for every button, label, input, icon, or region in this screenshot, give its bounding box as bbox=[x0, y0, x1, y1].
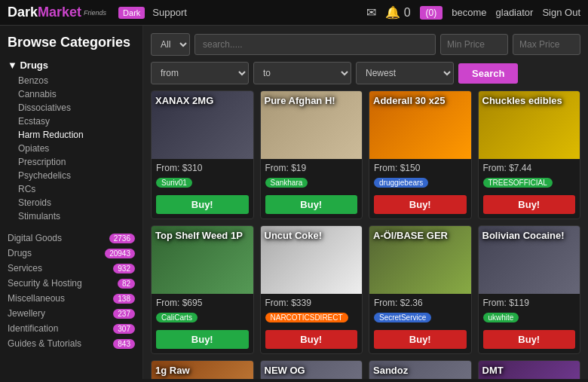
sidebar-drug-item[interactable]: Prescription bbox=[8, 155, 135, 169]
support-link[interactable]: Support bbox=[152, 7, 187, 18]
user-link[interactable]: gladiator bbox=[496, 7, 534, 18]
drugs-header[interactable]: ▼ Drugs bbox=[8, 60, 135, 71]
product-title-overlay: Sandoz bbox=[373, 365, 467, 377]
product-card: Bolivian Cocaine! From: $119 ukwhite Buy… bbox=[478, 225, 581, 354]
vendor-badge[interactable]: TREESOFFICIAL bbox=[483, 178, 553, 188]
sidebar-category-item[interactable]: Identification307 bbox=[8, 321, 135, 336]
product-grid: XANAX 2MG From: $310 Suriv01 Buy! Pure A… bbox=[151, 90, 580, 379]
min-price-input[interactable] bbox=[440, 34, 508, 55]
search-button[interactable]: Search bbox=[458, 63, 518, 84]
product-image: Adderall 30 x25 bbox=[369, 91, 471, 159]
product-image: 1g Raw bbox=[152, 361, 253, 379]
vendor-badge[interactable]: SecretService bbox=[374, 313, 431, 322]
category-count: 843 bbox=[113, 339, 135, 349]
product-card: NEW OG From: $... Buy! bbox=[260, 360, 363, 379]
product-info: From: $2.36 SecretService bbox=[369, 294, 471, 330]
product-info: From: $695 CaliCarts bbox=[152, 294, 253, 330]
header: DarkMarket Friends Dark Support ✉ 🔔 0 (0… bbox=[0, 0, 588, 26]
header-right: ✉ 🔔 0 (0) become gladiator Sign Out bbox=[366, 5, 580, 20]
product-title-overlay: Chuckles edibles bbox=[482, 95, 577, 108]
category-count: 932 bbox=[113, 264, 135, 274]
cart-badge[interactable]: (0) bbox=[420, 6, 443, 20]
product-title-overlay: Top Shelf Weed 1P bbox=[155, 230, 250, 243]
product-info: From: $310 Suriv01 bbox=[152, 159, 253, 195]
product-image: Pure Afghan H! bbox=[261, 91, 363, 159]
vendor-badge[interactable]: Suriv01 bbox=[156, 178, 192, 188]
buy-button[interactable]: Buy! bbox=[374, 195, 467, 214]
buy-button[interactable]: Buy! bbox=[265, 195, 358, 214]
product-info: From: $7.44 TREESOFFICIAL bbox=[479, 159, 580, 195]
signout-link[interactable]: Sign Out bbox=[542, 7, 580, 18]
product-title-overlay: Bolivian Cocaine! bbox=[482, 230, 577, 243]
sidebar-category-item[interactable]: Guides & Tutorials843 bbox=[8, 336, 135, 351]
sidebar-drug-item[interactable]: Stimulants bbox=[8, 209, 135, 223]
product-info: From: $339 NARCOTICSDIRECT bbox=[261, 294, 363, 330]
search-bar: All bbox=[151, 33, 580, 56]
category-count: 138 bbox=[113, 294, 135, 304]
filter-select[interactable]: All bbox=[151, 33, 190, 56]
sidebar-drug-item[interactable]: Harm Reduction bbox=[8, 128, 135, 142]
logo: DarkMarket Friends bbox=[8, 5, 106, 20]
category-name: Services bbox=[8, 263, 42, 274]
product-info: From: $19 Sankhara bbox=[261, 159, 363, 195]
sidebar-drug-item[interactable]: Benzos bbox=[8, 74, 135, 87]
sidebar-category-item[interactable]: Drugs20943 bbox=[8, 246, 135, 261]
logo-dark: Dark bbox=[8, 5, 38, 20]
sidebar-category-item[interactable]: Jewellery237 bbox=[8, 306, 135, 321]
max-price-input[interactable] bbox=[513, 34, 580, 55]
sidebar-drug-item[interactable]: Ecstasy bbox=[8, 115, 135, 128]
buy-button[interactable]: Buy! bbox=[374, 330, 467, 349]
vendor-badge[interactable]: Sankhara bbox=[265, 178, 308, 188]
become-link[interactable]: become bbox=[452, 7, 486, 18]
sidebar-category-item[interactable]: Services932 bbox=[8, 261, 135, 276]
sidebar-drug-item[interactable]: Psychedelics bbox=[8, 169, 135, 182]
notification-icon[interactable]: 🔔 0 bbox=[385, 5, 410, 20]
to-select[interactable]: to bbox=[253, 62, 351, 84]
sidebar-drug-item[interactable]: RCs bbox=[8, 182, 135, 196]
product-info: From: $150 druggiebears bbox=[369, 159, 471, 195]
product-title-overlay: A-Öl/BASE GER bbox=[373, 230, 467, 243]
product-image: NEW OG bbox=[261, 361, 363, 379]
product-price: From: $19 bbox=[265, 163, 358, 173]
from-select[interactable]: from bbox=[151, 62, 249, 84]
sidebar-drug-item[interactable]: Opiates bbox=[8, 142, 135, 155]
product-title-overlay: 1g Raw bbox=[155, 365, 250, 377]
product-card: Pure Afghan H! From: $19 Sankhara Buy! bbox=[260, 90, 363, 219]
vendor-badge[interactable]: druggiebears bbox=[374, 178, 428, 188]
search-input[interactable] bbox=[194, 34, 436, 55]
product-image: XANAX 2MG bbox=[152, 91, 253, 159]
buy-button[interactable]: Buy! bbox=[483, 195, 576, 214]
search-row2: from to Newest Search bbox=[151, 62, 580, 84]
sort-select[interactable]: Newest bbox=[356, 62, 454, 84]
product-price: From: $695 bbox=[156, 298, 249, 308]
category-name: Drugs bbox=[8, 248, 32, 258]
main-layout: Browse Categories ▼ Drugs BenzosCannabis… bbox=[0, 26, 588, 379]
vendor-badge[interactable]: ukwhite bbox=[483, 313, 519, 322]
buy-button[interactable]: Buy! bbox=[156, 330, 249, 349]
product-price: From: $310 bbox=[156, 163, 249, 173]
product-price: From: $150 bbox=[374, 163, 467, 173]
sidebar-drug-item[interactable]: Dissociatives bbox=[8, 101, 135, 115]
buy-button[interactable]: Buy! bbox=[483, 330, 576, 349]
product-info: From: $119 ukwhite bbox=[479, 294, 580, 330]
sidebar-category-item[interactable]: Digital Goods2736 bbox=[8, 231, 135, 246]
vendor-badge[interactable]: CaliCarts bbox=[156, 313, 198, 322]
sidebar-drug-item[interactable]: Cannabis bbox=[8, 87, 135, 101]
product-title-overlay: DMT bbox=[482, 365, 577, 377]
mail-icon[interactable]: ✉ bbox=[366, 5, 376, 20]
product-card: DMT From: $... Buy! bbox=[478, 360, 581, 379]
vendor-badge[interactable]: NARCOTICSDIRECT bbox=[265, 313, 348, 322]
category-count: 82 bbox=[118, 279, 135, 289]
buy-button[interactable]: Buy! bbox=[156, 195, 249, 214]
sidebar-drug-item[interactable]: Steroids bbox=[8, 196, 135, 209]
logo-tagline: Friends bbox=[84, 9, 106, 17]
buy-button[interactable]: Buy! bbox=[265, 330, 358, 349]
product-title-overlay: Uncut Coke! bbox=[265, 230, 359, 243]
logo-market: Market bbox=[38, 5, 81, 20]
product-card: 1g Raw From: $... Buy! bbox=[151, 360, 254, 379]
dark-mode-badge[interactable]: Dark bbox=[118, 7, 145, 19]
product-card: Uncut Coke! From: $339 NARCOTICSDIRECT B… bbox=[260, 225, 363, 354]
category-name: Digital Goods bbox=[8, 233, 62, 243]
sidebar-category-item[interactable]: Security & Hosting82 bbox=[8, 276, 135, 291]
sidebar-category-item[interactable]: Miscellaneous138 bbox=[8, 291, 135, 306]
